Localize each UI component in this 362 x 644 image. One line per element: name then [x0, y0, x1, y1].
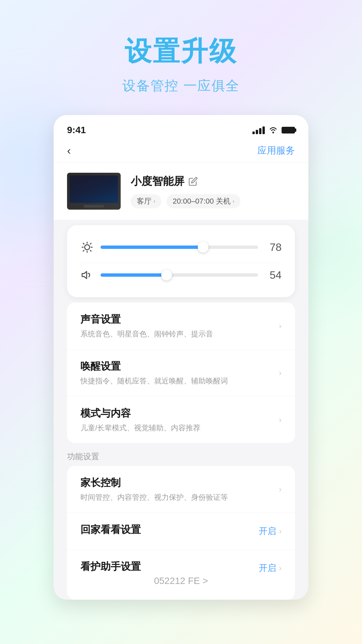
svg-line-4: [83, 243, 84, 244]
guardian-status: 开启: [259, 562, 276, 574]
wake-settings-desc: 快捷指令、随机应答、就近唤醒、辅助唤醒词: [80, 376, 279, 386]
mode-settings-desc: 儿童/长辈模式、视觉辅助、内容推荐: [80, 423, 279, 433]
device-card: 小度智能屏 客厅 › 20:00–07:00 关机 ›: [54, 163, 308, 220]
volume-value: 54: [265, 269, 282, 281]
nav-bar: ‹ 应用服务: [54, 139, 308, 163]
brightness-thumb[interactable]: [198, 242, 208, 253]
volume-icon: [80, 268, 94, 282]
page-subtitle: 设备管控 一应俱全: [122, 76, 239, 95]
status-time: 9:41: [67, 125, 86, 136]
wake-settings-text: 唤醒设置 快捷指令、随机应答、就近唤醒、辅助唤醒词: [80, 360, 279, 386]
home-watch-status: 开启: [259, 525, 276, 537]
mode-settings-item[interactable]: 模式与内容 儿童/长辈模式、视觉辅助、内容推荐 ›: [67, 396, 295, 443]
parental-control-title: 家长控制: [80, 476, 279, 490]
chevron-right-icon: ›: [279, 321, 282, 331]
guardian-right: 开启 ›: [259, 562, 282, 574]
chevron-right-icon: ›: [279, 485, 282, 494]
bottom-text: 052212 FE >: [154, 576, 208, 586]
brightness-icon: [80, 240, 94, 254]
wake-settings-item[interactable]: 唤醒设置 快捷指令、随机应答、就近唤醒、辅助唤醒词 ›: [67, 350, 295, 396]
guardian-title: 看护助手设置: [80, 560, 259, 574]
device-name-row: 小度智能屏: [131, 174, 295, 189]
mode-settings-title: 模式与内容: [80, 407, 279, 420]
sound-settings-right: ›: [279, 321, 282, 331]
status-icons: [252, 126, 295, 134]
svg-marker-10: [82, 272, 87, 279]
edit-icon[interactable]: [188, 177, 198, 186]
home-watch-title: 回家看看设置: [80, 523, 259, 537]
volume-thumb[interactable]: [161, 270, 172, 280]
brightness-control: 78: [80, 235, 282, 259]
location-tag[interactable]: 客厅 ›: [131, 194, 161, 208]
tv-screen: [70, 175, 118, 203]
sound-settings-title: 声音设置: [80, 313, 279, 326]
schedule-arrow-icon: ›: [233, 198, 234, 204]
back-button[interactable]: ‹: [67, 144, 71, 157]
settings-list: 声音设置 系统音色、明星音色、闹钟铃声、提示音 › 唤醒设置 快捷指令、随机应答…: [67, 303, 295, 443]
home-watch-text: 回家看看设置: [80, 523, 259, 539]
volume-slider[interactable]: [101, 273, 258, 277]
chevron-right-icon: ›: [279, 564, 282, 573]
device-info: 小度智能屏 客厅 › 20:00–07:00 关机 ›: [131, 174, 295, 208]
wake-settings-title: 唤醒设置: [80, 360, 279, 373]
svg-point-0: [273, 132, 274, 133]
brightness-value: 78: [265, 241, 282, 254]
chevron-right-icon: ›: [279, 527, 282, 536]
battery-icon: [282, 127, 295, 133]
schedule-tag[interactable]: 20:00–07:00 关机 ›: [167, 194, 240, 208]
svg-line-9: [90, 243, 91, 244]
wake-settings-right: ›: [279, 368, 282, 378]
home-watch-right: 开启 ›: [259, 525, 282, 537]
guardian-text: 看护助手设置: [80, 560, 259, 576]
parental-control-right: ›: [279, 485, 282, 494]
device-name: 小度智能屏: [131, 174, 184, 189]
parental-control-text: 家长控制 时间管控、内容管控、视力保护、身份验证等: [80, 476, 279, 502]
brightness-slider[interactable]: [101, 246, 258, 249]
parental-control-desc: 时间管控、内容管控、视力保护、身份验证等: [80, 492, 279, 502]
svg-line-5: [90, 251, 91, 251]
device-image: [67, 173, 121, 210]
mode-settings-text: 模式与内容 儿童/长辈模式、视觉辅助、内容推荐: [80, 407, 279, 433]
home-watch-item[interactable]: 回家看看设置 开启 ›: [67, 513, 295, 550]
mode-settings-right: ›: [279, 415, 282, 425]
controls-card: 78 54: [67, 225, 295, 297]
chevron-right-icon: ›: [279, 368, 282, 378]
section-label: 功能设置: [54, 443, 308, 466]
tag-arrow-icon: ›: [154, 198, 155, 204]
bottom-text-area: 052212 FE >: [154, 576, 208, 586]
svg-line-8: [83, 251, 84, 251]
chevron-right-icon: ›: [279, 415, 282, 425]
device-tags: 客厅 › 20:00–07:00 关机 ›: [131, 194, 295, 208]
wifi-icon: [268, 126, 278, 134]
sound-settings-desc: 系统音色、明星音色、闹钟铃声、提示音: [80, 329, 279, 339]
signal-icon: [252, 126, 265, 134]
page-title: 设置升级: [125, 34, 237, 70]
sound-settings-text: 声音设置 系统音色、明星音色、闹钟铃声、提示音: [80, 313, 279, 339]
parental-control-item[interactable]: 家长控制 时间管控、内容管控、视力保护、身份验证等 ›: [67, 466, 295, 513]
svg-point-1: [85, 245, 90, 250]
phone-mockup: 9:41: [54, 115, 308, 600]
sound-settings-item[interactable]: 声音设置 系统音色、明星音色、闹钟铃声、提示音 ›: [67, 303, 295, 350]
volume-control: 54: [80, 263, 282, 287]
status-bar: 9:41: [54, 115, 308, 139]
app-service-link[interactable]: 应用服务: [257, 144, 295, 157]
